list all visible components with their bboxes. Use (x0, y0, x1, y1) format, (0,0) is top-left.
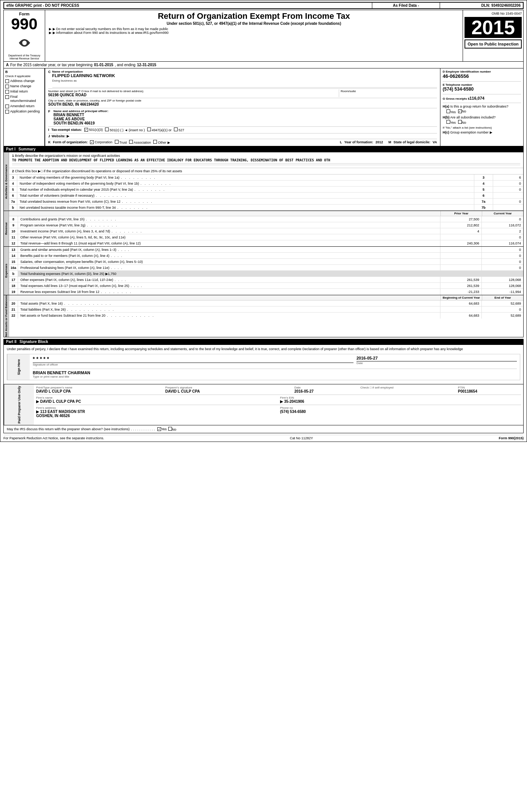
revenue-row-8: 8 Contributions and grants (Part VIII, l… (9, 216, 523, 222)
preparer-firm-city: GOSHEN, IN 46526 (36, 414, 277, 418)
signer-name: BRIAN BENNETT CHAIRMAN (33, 370, 517, 375)
checkbox-application-pending[interactable] (5, 110, 9, 114)
summary-row-5: 5 Total number of individuals employed i… (9, 187, 523, 193)
summary-row-4: 4 Number of independent voting members o… (9, 181, 523, 187)
mission-text: TO PROMOTE THE ADOPTION AND DEVELOPMENT … (12, 158, 520, 162)
summary-row-3: 3 Number of voting members of the govern… (9, 175, 523, 181)
hb-yes[interactable] (446, 120, 450, 124)
form-year-section: OMB No 1545-0047 2015 Open to Public Ins… (463, 10, 523, 61)
top-banner-mid: As Filed Data - (372, 3, 440, 8)
expense-row-17: 17 Other expenses (Part IX, column (A), … (9, 277, 523, 283)
page-footer: For Paperwork Reduction Act Notice, see … (3, 435, 524, 440)
checkbox-501c-other[interactable] (105, 127, 109, 131)
form-title-section: Return of Organization Exempt From Incom… (45, 10, 463, 61)
section-a: A For the 2015 calendar year, or tax yea… (3, 62, 524, 68)
expense-row-13: 13 Grants and similar amounts paid (Part… (9, 247, 523, 253)
expense-row-16b: b Total fundraising expenses (Part IX, c… (9, 271, 523, 277)
irs-discuss-row: May the IRS discuss this return with the… (3, 425, 524, 433)
checkbox-4947a1[interactable] (147, 127, 151, 131)
form-logo: Form 990 Department of the Treasury Inte… (4, 10, 45, 61)
signature-date: 2016-05-27 (356, 356, 517, 360)
preparer-firm-addr: ▶ 113 EAST MADISON STR (36, 410, 277, 414)
part2-header: Part II (6, 340, 17, 344)
part1-title: Summary (18, 147, 36, 151)
top-banner-right: DLN: 93493246002206 (440, 3, 523, 8)
checkbox-association[interactable] (129, 140, 133, 144)
expense-row-16a: 16a Professional fundraising fees (Part … (9, 265, 523, 271)
checkbox-501c3[interactable] (84, 128, 88, 132)
preparer-name: DAVID L CULP CPA (36, 389, 162, 393)
top-banner-left: efile GRAPHIC print - DO NOT PROCESS (4, 3, 372, 8)
netasset-row-21: 21 Total liabilities (Part X, line 26) .… (9, 307, 523, 313)
expense-row-14: 14 Benefits paid to or for members (Part… (9, 253, 523, 259)
summary-row-7b: b Net unrelated business taxable income … (9, 205, 523, 211)
expense-row-19: 19 Revenue less expenses Subtract line 1… (9, 289, 523, 295)
sign-here-label: Sign Here (7, 354, 30, 380)
activities-governance-label: Activities & Governance (4, 152, 9, 211)
center-content: C Name of organization FLIPPED LEARNING … (45, 68, 440, 146)
svg-point-0 (22, 41, 27, 45)
ha-yes[interactable] (446, 109, 450, 113)
part2-title: Signature Block (20, 340, 48, 344)
checkbox-address-change[interactable] (5, 79, 9, 83)
revenue-row-11: 11 Other revenue (Part VIII, column (A),… (9, 234, 523, 240)
expenses-side-label: Expenses (4, 247, 9, 295)
netasset-row-20: 20 Total assets (Part X, line 16) . . . … (9, 301, 523, 307)
ha-no[interactable] (458, 109, 462, 113)
checkbox-corporation[interactable] (90, 140, 94, 144)
signature-stars: ***** (33, 356, 353, 362)
summary-row-7a: 7a Total unrelated business revenue from… (9, 199, 523, 205)
part1-header: Part I (6, 147, 15, 151)
preparer-date: 2016-05-27 (294, 389, 357, 393)
checkbox-other[interactable] (153, 140, 157, 144)
preparer-phone: (574) 534-6580 (280, 410, 521, 414)
hb-no[interactable] (458, 120, 462, 124)
preparer-firm-ein: ▶ 35-2041906 (280, 399, 521, 404)
checkbox-trust[interactable] (115, 140, 119, 144)
right-sidebar: D Employer identification number 46-0626… (440, 68, 523, 146)
netassets-side-label: Net Assets or Fund Balances (4, 295, 9, 337)
discuss-yes[interactable] (157, 427, 161, 431)
preparer-sig: DAVID L CULP CPA (165, 389, 291, 393)
expense-row-15: 15 Salaries, other compensation, employe… (9, 259, 523, 265)
checkbox-final-return[interactable] (5, 95, 9, 99)
revenue-side-label: Revenue (4, 211, 9, 246)
netasset-row-22: 22 Net assets or fund balances Subtract … (9, 313, 523, 319)
preparer-label: Paid Preparer Use Only (4, 384, 34, 425)
revenue-row-12: 12 Total revenue—add lines 8 through 11 … (9, 240, 523, 246)
expense-row-18: 18 Total expenses Add lines 13–17 (must … (9, 283, 523, 289)
checkbox-name-change[interactable] (5, 85, 9, 88)
discuss-no[interactable] (168, 427, 172, 431)
preparer-firm-name: ▶ DAVID L CULP CPA PC (36, 399, 277, 404)
preparer-ptin: P00118654 (458, 389, 521, 393)
section-b-sidebar: B Check if applicable Address change Nam… (4, 68, 45, 146)
checkbox-amended-return[interactable] (5, 105, 9, 108)
signature-block: Under penalties of perjury, I declare th… (3, 345, 524, 384)
revenue-row-9: 9 Program service revenue (Part VIII, li… (9, 222, 523, 228)
summary-row-6: 6 Total number of volunteers (estimate i… (9, 193, 523, 199)
checkbox-527[interactable] (174, 127, 178, 131)
checkbox-initial-return[interactable] (5, 90, 9, 94)
revenue-row-10: 10 Investment income (Part VIII, column … (9, 228, 523, 234)
